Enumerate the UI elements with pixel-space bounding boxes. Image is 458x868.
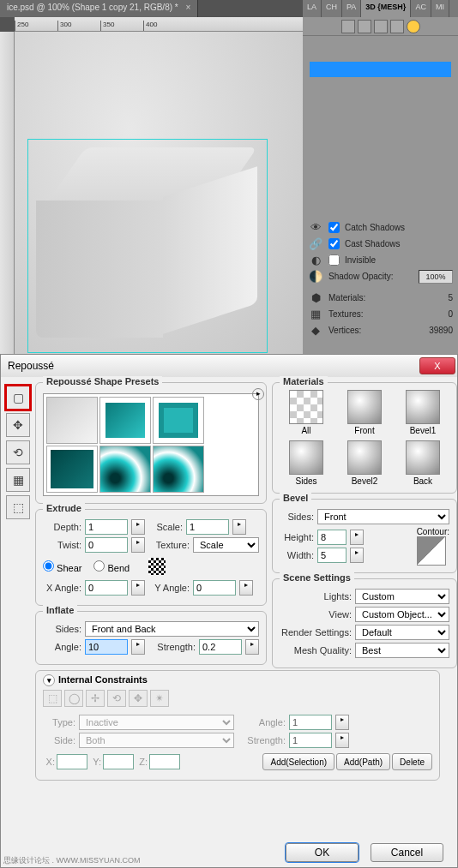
bevel-width-input[interactable]: [317, 548, 347, 563]
material-sides[interactable]: Sides: [280, 440, 333, 486]
dialog-close-button[interactable]: X: [419, 357, 455, 374]
yangle-stepper[interactable]: ▸: [239, 580, 253, 596]
inflate-strength-input[interactable]: [199, 639, 242, 655]
ic-angle-stepper: ▸: [335, 715, 349, 730]
delete-button[interactable]: Delete: [392, 753, 432, 770]
light-icon[interactable]: [407, 20, 420, 33]
material-all[interactable]: All: [280, 390, 333, 435]
document-tab[interactable]: ice.psd @ 100% (Shape 1 copy 21, RGB/8) …: [0, 0, 198, 17]
materials-count: 5: [448, 293, 453, 302]
mesh-icon[interactable]: [358, 20, 371, 33]
preset-teal-4[interactable]: [99, 446, 151, 493]
invisible-checkbox[interactable]: [328, 254, 340, 266]
tab-mini[interactable]: MI: [431, 0, 449, 17]
inflate-sides-combo[interactable]: Front and Back: [85, 621, 259, 637]
mesh-quality-combo[interactable]: Best: [355, 643, 449, 658]
ruler-mark: 350: [100, 21, 143, 31]
cancel-button[interactable]: Cancel: [371, 843, 443, 862]
yangle-label: Y Angle:: [148, 583, 190, 593]
bevel-sides-combo[interactable]: Front: [317, 509, 449, 524]
textures-count: 0: [448, 309, 453, 319]
presets-menu-icon[interactable]: ▸: [252, 388, 264, 400]
ic-strength-input: [289, 733, 332, 748]
tool-mesh[interactable]: ⬚: [6, 495, 30, 519]
xangle-stepper[interactable]: ▸: [131, 580, 145, 596]
tab-layers[interactable]: LA: [303, 0, 322, 17]
constraint-tool-5[interactable]: ✥: [129, 690, 148, 707]
canvas[interactable]: [15, 32, 303, 354]
presets-title: Repoussé Shape Presets: [43, 376, 162, 386]
shadow-opacity-value[interactable]: 100%: [419, 270, 453, 284]
scene-settings-group: Scene Settings Lights:Custom View:Custom…: [272, 578, 457, 668]
ruler-vertical: [0, 32, 15, 354]
selected-layer-highlight[interactable]: [310, 62, 451, 77]
yangle-input[interactable]: [193, 580, 236, 596]
vertices-count: 39890: [429, 326, 453, 335]
inflate-angle-stepper[interactable]: ▸: [131, 639, 145, 655]
depth-stepper[interactable]: ▸: [131, 519, 145, 535]
add-path-button[interactable]: Add(Path): [336, 753, 390, 770]
scale-input[interactable]: [186, 519, 229, 535]
depth-input[interactable]: [85, 519, 128, 535]
preset-teal-3[interactable]: [46, 446, 98, 493]
preset-plain[interactable]: [46, 397, 98, 444]
materials-group: Materials All Front Bevel1 Sides Bevel2 …: [272, 382, 457, 494]
tool-repousse-shape[interactable]: ▢: [6, 386, 30, 410]
textures-label: Textures:: [328, 309, 443, 319]
tool-rotate[interactable]: ⟲: [6, 440, 30, 464]
tab-3d-mesh[interactable]: 3D {MESH}: [361, 0, 411, 17]
mask-icon[interactable]: ◐: [308, 254, 323, 267]
cast-shadows-checkbox[interactable]: [328, 238, 340, 249]
ok-button[interactable]: OK: [286, 843, 359, 862]
ruler-horizontal: 250 300 350 400: [15, 17, 303, 32]
preset-teal-1[interactable]: [99, 397, 151, 444]
material-bevel2[interactable]: Bevel2: [338, 440, 391, 486]
constraint-tool-6[interactable]: ✴: [150, 690, 169, 707]
tool-move[interactable]: ✥: [6, 413, 30, 437]
tab-paths[interactable]: PA: [342, 0, 361, 17]
inflate-angle-input[interactable]: [85, 639, 128, 655]
shadow-icon[interactable]: 🌓: [308, 270, 323, 284]
scale-stepper[interactable]: ▸: [232, 519, 246, 535]
camera-icon[interactable]: [390, 20, 404, 33]
constraint-tool-4[interactable]: ⟲: [107, 690, 126, 707]
mesh-properties: 👁Catch Shadows 🔗Cast Shadows ◐Invisible …: [303, 216, 458, 354]
ic-strength-label: Strength:: [241, 735, 286, 745]
bevel-height-input[interactable]: [317, 530, 347, 545]
preset-teal-2[interactable]: [153, 397, 204, 444]
inflate-strength-stepper[interactable]: ▸: [245, 639, 259, 655]
material-back[interactable]: Back: [396, 440, 449, 486]
bevel-width-stepper[interactable]: ▸: [350, 548, 364, 563]
shear-radio[interactable]: Shear: [43, 560, 81, 573]
add-selection-button[interactable]: Add(Selection): [262, 753, 334, 770]
xangle-input[interactable]: [85, 580, 128, 596]
texture-combo[interactable]: Scale: [193, 537, 259, 553]
close-tab-icon[interactable]: ×: [185, 3, 190, 12]
constraint-tool-2[interactable]: ◯: [64, 690, 83, 707]
twist-input[interactable]: [85, 537, 128, 553]
material-bevel1[interactable]: Bevel1: [396, 390, 449, 435]
filter-icon[interactable]: [341, 20, 355, 33]
tab-channels[interactable]: CH: [322, 0, 342, 17]
material-front[interactable]: Front: [338, 390, 391, 435]
extrude-title: Extrude: [43, 503, 85, 513]
twist-stepper[interactable]: ▸: [131, 537, 145, 553]
collapse-icon[interactable]: ▾: [43, 674, 55, 686]
bevel-height-stepper[interactable]: ▸: [350, 530, 364, 545]
tab-actions[interactable]: AC: [411, 0, 431, 17]
dialog-titlebar[interactable]: Repoussé X: [1, 355, 457, 377]
link-icon[interactable]: 🔗: [308, 237, 323, 251]
tool-scale[interactable]: ▦: [6, 468, 30, 492]
constraint-tool-3[interactable]: ✢: [86, 690, 105, 707]
catch-shadows-checkbox[interactable]: [328, 222, 340, 233]
lights-combo[interactable]: Custom: [355, 589, 449, 604]
contour-swatch[interactable]: [417, 536, 446, 566]
eye-icon[interactable]: 👁: [308, 221, 323, 235]
preset-teal-5[interactable]: [153, 446, 204, 493]
render-combo[interactable]: Default: [355, 625, 449, 640]
constraint-tool-1[interactable]: ⬚: [43, 690, 62, 707]
material-icon[interactable]: [374, 20, 388, 33]
texture-thumb-icon[interactable]: [148, 558, 166, 575]
view-combo[interactable]: Custom Object...: [355, 607, 449, 622]
bend-radio[interactable]: Bend: [93, 560, 130, 573]
